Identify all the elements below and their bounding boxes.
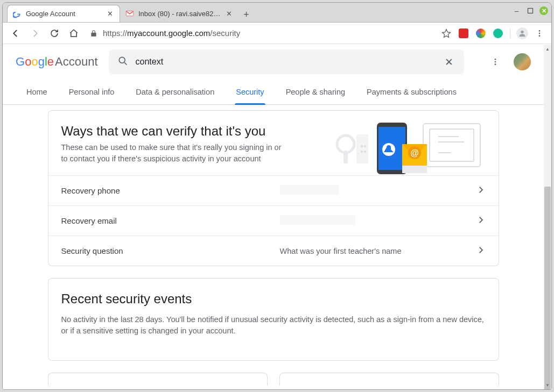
toolbar-separator [510, 28, 510, 38]
favicon-google [13, 10, 22, 18]
lock-icon [90, 30, 97, 37]
nav-tab-security[interactable]: Security [225, 79, 275, 104]
extension-flipboard[interactable] [456, 26, 471, 41]
account-avatar[interactable] [514, 53, 531, 70]
search-input[interactable] [136, 57, 443, 67]
profile-icon [516, 27, 528, 39]
chevron-right-icon [476, 245, 486, 257]
row-value [280, 185, 476, 196]
svg-point-5 [539, 32, 541, 34]
browser-titlebar: Google Account ✕ Inbox (80) - ravi.saive… [3, 3, 551, 23]
address-bar[interactable]: https://myaccount.google.com/security [85, 25, 437, 41]
svg-point-8 [495, 59, 496, 60]
scrollbar-track[interactable] [544, 53, 551, 381]
google-account-logo[interactable]: Google Account [16, 55, 98, 69]
scroll-up-button[interactable]: ▲ [544, 45, 551, 53]
verify-illustration: @ [324, 122, 486, 175]
nav-tab-home[interactable]: Home [16, 79, 58, 104]
svg-point-19 [361, 145, 363, 147]
redacted-value [280, 215, 355, 225]
window-close-button[interactable]: ✕ [539, 6, 548, 15]
svg-rect-12 [430, 129, 474, 161]
svg-point-20 [364, 145, 366, 147]
scrollbar-thumb[interactable] [544, 187, 551, 389]
partial-card-left [48, 373, 268, 386]
home-button[interactable] [65, 25, 82, 42]
nav-tab-personal-info[interactable]: Personal info [58, 79, 125, 104]
extension-grammarly[interactable] [490, 26, 506, 41]
window-controls: ‒ ✕ [511, 6, 548, 16]
settings-tab-nav: Home Personal info Data & personalisatio… [3, 79, 544, 105]
search-icon [117, 55, 128, 68]
row-label: Recovery phone [61, 186, 280, 195]
chevron-right-icon [476, 185, 486, 197]
scroll-down-button[interactable]: ▼ [544, 381, 551, 389]
nav-tab-payments-subscriptions[interactable]: Payments & subscriptions [356, 79, 467, 104]
new-tab-button[interactable]: + [239, 7, 254, 22]
row-label: Recovery email [61, 216, 280, 225]
star-button[interactable] [439, 26, 454, 41]
tab-title: Google Account [26, 10, 101, 18]
row-value [280, 215, 476, 226]
svg-point-22 [364, 151, 366, 153]
svg-point-21 [361, 151, 363, 153]
forward-button[interactable] [26, 25, 44, 42]
row-label: Security question [61, 246, 280, 255]
events-card-subtitle: No activity in the last 28 days. You'll … [61, 314, 486, 337]
page-viewport: App passwords Google Account PINLast cha… [3, 45, 551, 389]
svg-rect-18 [356, 134, 368, 163]
row-value: What was your first teacher's name [280, 247, 476, 255]
maximize-button[interactable] [525, 6, 535, 16]
recent-security-events-card: Recent security events No activity in th… [48, 278, 499, 361]
chevron-right-icon [476, 215, 486, 227]
chrome-profile-button[interactable] [515, 26, 530, 41]
minimize-button[interactable]: ‒ [511, 6, 521, 16]
recovery-email-row[interactable]: Recovery email [48, 205, 499, 236]
back-button[interactable] [7, 25, 24, 42]
chrome-menu-button[interactable] [532, 26, 547, 41]
tab-title: Inbox (80) - ravi.saive82… [138, 10, 220, 18]
close-icon[interactable]: ✕ [106, 10, 114, 18]
clear-search-button[interactable]: ✕ [443, 55, 455, 68]
recovery-phone-row[interactable]: Recovery phone [48, 175, 499, 205]
browser-window: Google Account ✕ Inbox (80) - ravi.saive… [2, 2, 552, 390]
redacted-value [280, 185, 339, 195]
vertical-scrollbar[interactable]: ▲ ▼ [544, 45, 551, 389]
browser-tab-google-account[interactable]: Google Account ✕ [7, 5, 120, 22]
nav-tab-people-sharing[interactable]: People & sharing [275, 79, 356, 104]
partial-card-right [279, 373, 499, 386]
browser-toolbar: https://myaccount.google.com/security [3, 23, 551, 44]
svg-point-9 [495, 61, 496, 63]
verify-card-title: Ways that we can verify that it's you [61, 124, 287, 139]
reload-button[interactable] [46, 25, 63, 42]
verify-identity-card: Ways that we can verify that it's you Th… [48, 110, 499, 266]
svg-point-4 [539, 30, 541, 32]
svg-point-10 [495, 63, 496, 65]
search-box[interactable]: ✕ [109, 49, 464, 74]
events-card-title: Recent security events [61, 291, 486, 307]
svg-point-6 [539, 35, 541, 37]
svg-point-16 [337, 136, 354, 153]
extension-2[interactable] [473, 26, 488, 41]
svg-rect-2 [528, 9, 533, 13]
svg-rect-17 [343, 151, 348, 163]
partial-cards-row [48, 373, 499, 386]
url-text: https://myaccount.google.com/security [103, 28, 240, 38]
svg-rect-30 [402, 166, 427, 173]
page-body: Ways that we can verify that it's you Th… [3, 105, 544, 389]
page-header: Google Account ✕ [3, 45, 544, 79]
verify-card-subtitle: These can be used to make sure that it's… [61, 142, 287, 165]
favicon-gmail [125, 9, 134, 18]
security-question-row[interactable]: Security question What was your first te… [48, 236, 499, 266]
svg-point-7 [119, 57, 125, 63]
svg-text:@: @ [410, 148, 419, 158]
nav-tab-data-personalisation[interactable]: Data & personalisation [125, 79, 225, 104]
svg-point-3 [521, 30, 523, 33]
browser-tab-inbox[interactable]: Inbox (80) - ravi.saive82… ✕ [120, 5, 239, 22]
google-apps-button[interactable] [489, 55, 502, 68]
close-icon[interactable]: ✕ [225, 9, 233, 18]
